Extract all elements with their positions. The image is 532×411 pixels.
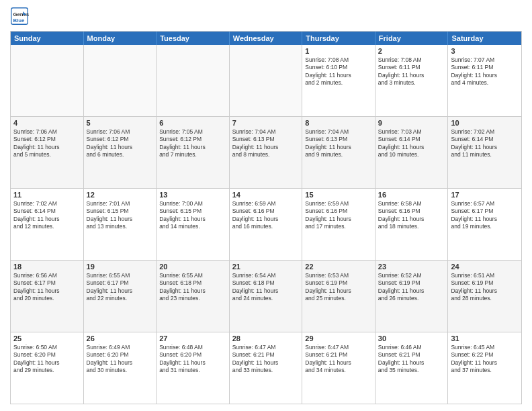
cell-info: Sunrise: 7:05 AM Sunset: 6:12 PM Dayligh… bbox=[159, 128, 226, 159]
cell-info: Sunrise: 6:48 AM Sunset: 6:20 PM Dayligh… bbox=[159, 344, 226, 375]
cell-info: Sunrise: 6:51 AM Sunset: 6:19 PM Dayligh… bbox=[451, 272, 519, 303]
day-number: 9 bbox=[378, 119, 445, 127]
day-number: 22 bbox=[305, 263, 372, 271]
day-number: 8 bbox=[305, 119, 372, 127]
logo-icon: General Blue bbox=[10, 7, 29, 26]
calendar-cell bbox=[230, 45, 303, 116]
cell-info: Sunrise: 6:59 AM Sunset: 6:16 PM Dayligh… bbox=[232, 200, 300, 231]
calendar-cell: 9Sunrise: 7:03 AM Sunset: 6:14 PM Daylig… bbox=[375, 117, 449, 188]
day-number: 19 bbox=[87, 263, 154, 271]
cell-info: Sunrise: 7:06 AM Sunset: 6:12 PM Dayligh… bbox=[87, 128, 154, 159]
cell-info: Sunrise: 7:04 AM Sunset: 6:13 PM Dayligh… bbox=[305, 128, 372, 159]
day-number: 26 bbox=[87, 334, 154, 342]
calendar-cell bbox=[157, 45, 230, 116]
calendar-cell: 29Sunrise: 6:47 AM Sunset: 6:21 PM Dayli… bbox=[302, 332, 375, 404]
day-number: 29 bbox=[305, 334, 372, 342]
page: General Blue SundayMondayTuesdayWednesda… bbox=[0, 0, 532, 411]
calendar-cell bbox=[11, 45, 84, 116]
cell-info: Sunrise: 6:50 AM Sunset: 6:20 PM Dayligh… bbox=[13, 344, 81, 375]
day-number: 11 bbox=[13, 191, 81, 199]
day-number: 13 bbox=[159, 191, 226, 199]
weekday-header: Wednesday bbox=[230, 32, 303, 45]
calendar-row: 11Sunrise: 7:02 AM Sunset: 6:14 PM Dayli… bbox=[11, 189, 521, 261]
calendar-cell: 11Sunrise: 7:02 AM Sunset: 6:14 PM Dayli… bbox=[11, 189, 84, 260]
cell-info: Sunrise: 6:46 AM Sunset: 6:21 PM Dayligh… bbox=[378, 344, 445, 375]
day-number: 1 bbox=[305, 47, 372, 55]
weekday-header: Tuesday bbox=[157, 32, 230, 45]
cell-info: Sunrise: 7:02 AM Sunset: 6:14 PM Dayligh… bbox=[451, 128, 519, 159]
day-number: 4 bbox=[13, 119, 81, 127]
weekday-header: Saturday bbox=[448, 32, 521, 45]
day-number: 15 bbox=[305, 191, 372, 199]
calendar-cell: 28Sunrise: 6:47 AM Sunset: 6:21 PM Dayli… bbox=[230, 332, 303, 404]
calendar-cell: 22Sunrise: 6:53 AM Sunset: 6:19 PM Dayli… bbox=[302, 261, 375, 332]
cell-info: Sunrise: 7:08 AM Sunset: 6:10 PM Dayligh… bbox=[305, 56, 372, 87]
day-number: 20 bbox=[159, 263, 226, 271]
day-number: 21 bbox=[232, 263, 300, 271]
cell-info: Sunrise: 6:49 AM Sunset: 6:20 PM Dayligh… bbox=[87, 344, 154, 375]
calendar-cell: 2Sunrise: 7:08 AM Sunset: 6:11 PM Daylig… bbox=[375, 45, 449, 116]
day-number: 5 bbox=[87, 119, 154, 127]
calendar-cell: 21Sunrise: 6:54 AM Sunset: 6:18 PM Dayli… bbox=[230, 261, 303, 332]
calendar-cell: 25Sunrise: 6:50 AM Sunset: 6:20 PM Dayli… bbox=[11, 332, 84, 404]
calendar-body: 1Sunrise: 7:08 AM Sunset: 6:10 PM Daylig… bbox=[11, 45, 521, 404]
calendar-cell bbox=[84, 45, 157, 116]
day-number: 17 bbox=[451, 191, 519, 199]
calendar-cell: 17Sunrise: 6:57 AM Sunset: 6:17 PM Dayli… bbox=[448, 189, 521, 260]
day-number: 23 bbox=[378, 263, 445, 271]
calendar-cell: 16Sunrise: 6:58 AM Sunset: 6:16 PM Dayli… bbox=[375, 189, 449, 260]
calendar-cell: 3Sunrise: 7:07 AM Sunset: 6:11 PM Daylig… bbox=[448, 45, 521, 116]
calendar-row: 18Sunrise: 6:56 AM Sunset: 6:17 PM Dayli… bbox=[11, 261, 521, 332]
cell-info: Sunrise: 6:55 AM Sunset: 6:18 PM Dayligh… bbox=[159, 272, 226, 303]
day-number: 7 bbox=[232, 119, 300, 127]
day-number: 24 bbox=[451, 263, 519, 271]
weekday-header: Friday bbox=[375, 32, 449, 45]
weekday-header: Thursday bbox=[302, 32, 375, 45]
day-number: 30 bbox=[378, 334, 445, 342]
cell-info: Sunrise: 7:01 AM Sunset: 6:15 PM Dayligh… bbox=[87, 200, 154, 231]
day-number: 28 bbox=[232, 334, 300, 342]
logo: General Blue bbox=[10, 7, 32, 26]
cell-info: Sunrise: 6:53 AM Sunset: 6:19 PM Dayligh… bbox=[305, 272, 372, 303]
calendar-cell: 8Sunrise: 7:04 AM Sunset: 6:13 PM Daylig… bbox=[302, 117, 375, 188]
cell-info: Sunrise: 7:06 AM Sunset: 6:12 PM Dayligh… bbox=[13, 128, 81, 159]
calendar: SundayMondayTuesdayWednesdayThursdayFrid… bbox=[10, 31, 522, 404]
calendar-cell: 10Sunrise: 7:02 AM Sunset: 6:14 PM Dayli… bbox=[448, 117, 521, 188]
cell-info: Sunrise: 7:08 AM Sunset: 6:11 PM Dayligh… bbox=[378, 56, 445, 87]
calendar-cell: 14Sunrise: 6:59 AM Sunset: 6:16 PM Dayli… bbox=[230, 189, 303, 260]
calendar-cell: 13Sunrise: 7:00 AM Sunset: 6:15 PM Dayli… bbox=[157, 189, 230, 260]
cell-info: Sunrise: 6:45 AM Sunset: 6:22 PM Dayligh… bbox=[451, 344, 519, 375]
cell-info: Sunrise: 6:58 AM Sunset: 6:16 PM Dayligh… bbox=[378, 200, 445, 231]
day-number: 18 bbox=[13, 263, 81, 271]
day-number: 16 bbox=[378, 191, 445, 199]
weekday-header: Monday bbox=[84, 32, 157, 45]
calendar-cell: 15Sunrise: 6:59 AM Sunset: 6:16 PM Dayli… bbox=[302, 189, 375, 260]
calendar-cell: 30Sunrise: 6:46 AM Sunset: 6:21 PM Dayli… bbox=[375, 332, 449, 404]
day-number: 27 bbox=[159, 334, 226, 342]
day-number: 3 bbox=[451, 47, 519, 55]
calendar-cell: 1Sunrise: 7:08 AM Sunset: 6:10 PM Daylig… bbox=[302, 45, 375, 116]
calendar-row: 25Sunrise: 6:50 AM Sunset: 6:20 PM Dayli… bbox=[11, 332, 521, 404]
day-number: 10 bbox=[451, 119, 519, 127]
calendar-cell: 5Sunrise: 7:06 AM Sunset: 6:12 PM Daylig… bbox=[84, 117, 157, 188]
calendar-row: 1Sunrise: 7:08 AM Sunset: 6:10 PM Daylig… bbox=[11, 45, 521, 117]
calendar-row: 4Sunrise: 7:06 AM Sunset: 6:12 PM Daylig… bbox=[11, 117, 521, 189]
calendar-cell: 23Sunrise: 6:52 AM Sunset: 6:19 PM Dayli… bbox=[375, 261, 449, 332]
calendar-cell: 19Sunrise: 6:55 AM Sunset: 6:17 PM Dayli… bbox=[84, 261, 157, 332]
calendar-cell: 18Sunrise: 6:56 AM Sunset: 6:17 PM Dayli… bbox=[11, 261, 84, 332]
cell-info: Sunrise: 7:03 AM Sunset: 6:14 PM Dayligh… bbox=[378, 128, 445, 159]
calendar-cell: 4Sunrise: 7:06 AM Sunset: 6:12 PM Daylig… bbox=[11, 117, 84, 188]
cell-info: Sunrise: 6:54 AM Sunset: 6:18 PM Dayligh… bbox=[232, 272, 300, 303]
calendar-cell: 7Sunrise: 7:04 AM Sunset: 6:13 PM Daylig… bbox=[230, 117, 303, 188]
day-number: 31 bbox=[451, 334, 519, 342]
day-number: 12 bbox=[87, 191, 154, 199]
day-number: 2 bbox=[378, 47, 445, 55]
cell-info: Sunrise: 6:47 AM Sunset: 6:21 PM Dayligh… bbox=[305, 344, 372, 375]
calendar-cell: 6Sunrise: 7:05 AM Sunset: 6:12 PM Daylig… bbox=[157, 117, 230, 188]
day-number: 6 bbox=[159, 119, 226, 127]
weekday-header: Sunday bbox=[11, 32, 84, 45]
cell-info: Sunrise: 6:52 AM Sunset: 6:19 PM Dayligh… bbox=[378, 272, 445, 303]
cell-info: Sunrise: 7:02 AM Sunset: 6:14 PM Dayligh… bbox=[13, 200, 81, 231]
cell-info: Sunrise: 6:56 AM Sunset: 6:17 PM Dayligh… bbox=[13, 272, 81, 303]
cell-info: Sunrise: 6:59 AM Sunset: 6:16 PM Dayligh… bbox=[305, 200, 372, 231]
